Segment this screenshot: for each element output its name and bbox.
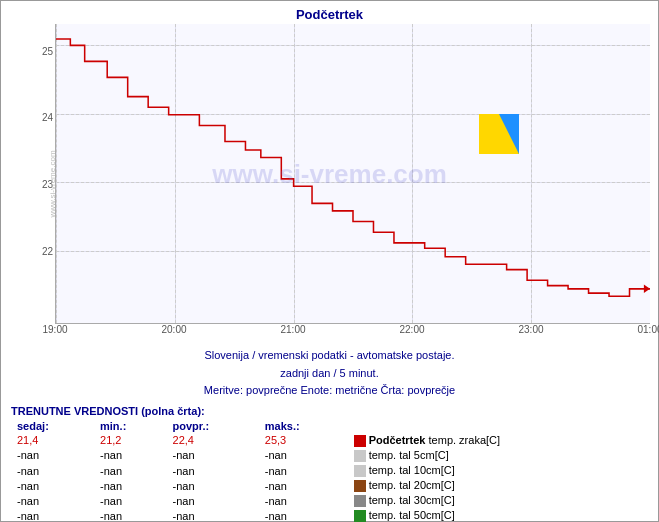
values-table: sedaj: min.: povpr.: maks.: 21,421,222,4… — [11, 419, 648, 522]
cell-1: -nan — [94, 508, 167, 522]
table-row: 21,421,222,425,3Podčetrtek temp. zraka[C… — [11, 433, 648, 448]
x-label-2000: 20:00 — [161, 324, 186, 335]
column-headers: sedaj: min.: povpr.: maks.: — [11, 419, 648, 433]
legend-text: temp. zraka[C] — [429, 434, 501, 446]
cell-2: -nan — [167, 508, 259, 522]
cell-2: -nan — [167, 493, 259, 508]
cell-2: -nan — [167, 463, 259, 478]
cell-0: -nan — [11, 478, 94, 493]
cell-1: -nan — [94, 493, 167, 508]
cell-0: 21,4 — [11, 433, 94, 448]
col-location — [348, 419, 648, 433]
svg-marker-2 — [644, 285, 650, 294]
legend-color-box — [354, 465, 366, 477]
cell-0: -nan — [11, 463, 94, 478]
side-text: www.si-vreme.com — [48, 150, 57, 217]
cell-1: -nan — [94, 478, 167, 493]
x-label-2200: 22:00 — [399, 324, 424, 335]
cell-1: -nan — [94, 463, 167, 478]
table-header-label: TRENUTNE VREDNOSTI (polna črta): — [11, 405, 648, 417]
chart-title: Podčetrtek — [1, 1, 658, 24]
cell-0: -nan — [11, 448, 94, 463]
legend-color-box — [354, 450, 366, 462]
x-label-1900: 19:00 — [42, 324, 67, 335]
cell-2: -nan — [167, 478, 259, 493]
plot-area: www.si-vreme.com — [55, 24, 650, 324]
cell-3: -nan — [259, 478, 348, 493]
legend-color-box — [354, 510, 366, 522]
cell-location: Podčetrtek temp. zraka[C] — [348, 433, 648, 448]
y-label-22: 22 — [42, 246, 53, 257]
table-row: -nan-nan-nan-nantemp. tal 5cm[C] — [11, 448, 648, 463]
x-label-0100: 01:00 — [637, 324, 659, 335]
chart-description: Slovenija / vremenski podatki - avtomats… — [1, 344, 658, 403]
legend-text: temp. tal 10cm[C] — [369, 464, 455, 476]
cell-0: -nan — [11, 508, 94, 522]
cell-location: temp. tal 30cm[C] — [348, 493, 648, 508]
col-povpr: povpr.: — [167, 419, 259, 433]
x-label-2100: 21:00 — [280, 324, 305, 335]
cell-1: 21,2 — [94, 433, 167, 448]
x-label-2300: 23:00 — [518, 324, 543, 335]
cell-3: -nan — [259, 493, 348, 508]
cell-3: -nan — [259, 463, 348, 478]
y-label-24: 24 — [42, 112, 53, 123]
cell-2: -nan — [167, 448, 259, 463]
table-row: -nan-nan-nan-nantemp. tal 20cm[C] — [11, 478, 648, 493]
table-row: -nan-nan-nan-nantemp. tal 10cm[C] — [11, 463, 648, 478]
cell-0: -nan — [11, 493, 94, 508]
legend-color-box — [354, 495, 366, 507]
cell-location: temp. tal 20cm[C] — [348, 478, 648, 493]
logo-icon — [479, 114, 519, 156]
legend-color-box — [354, 480, 366, 492]
cell-3: -nan — [259, 448, 348, 463]
cell-3: -nan — [259, 508, 348, 522]
table-row: -nan-nan-nan-nantemp. tal 30cm[C] — [11, 493, 648, 508]
table-row: -nan-nan-nan-nantemp. tal 50cm[C] — [11, 508, 648, 522]
cell-location: temp. tal 50cm[C] — [348, 508, 648, 522]
legend-text: temp. tal 5cm[C] — [369, 449, 449, 461]
cell-3: 25,3 — [259, 433, 348, 448]
cell-2: 22,4 — [167, 433, 259, 448]
col-sedaj: sedaj: — [11, 419, 94, 433]
legend-text: temp. tal 50cm[C] — [369, 509, 455, 521]
desc-line1: Slovenija / vremenski podatki - avtomats… — [1, 347, 658, 365]
main-container: Podčetrtek www.si-vreme.com 25 24 23 22 — [0, 0, 659, 522]
desc-line3: Meritve: povprečne Enote: metrične Črta:… — [1, 382, 658, 400]
chart-svg — [56, 24, 650, 323]
location-name: Podčetrtek — [369, 434, 429, 446]
legend-color-box — [354, 435, 366, 447]
cell-location: temp. tal 5cm[C] — [348, 448, 648, 463]
cell-1: -nan — [94, 448, 167, 463]
y-label-25: 25 — [42, 46, 53, 57]
table-body: 21,421,222,425,3Podčetrtek temp. zraka[C… — [11, 433, 648, 522]
legend-text: temp. tal 30cm[C] — [369, 494, 455, 506]
col-maks: maks.: — [259, 419, 348, 433]
desc-line2: zadnji dan / 5 minut. — [1, 365, 658, 383]
cell-location: temp. tal 10cm[C] — [348, 463, 648, 478]
data-table: TRENUTNE VREDNOSTI (polna črta): sedaj: … — [11, 405, 648, 522]
legend-text: temp. tal 20cm[C] — [369, 479, 455, 491]
col-min: min.: — [94, 419, 167, 433]
